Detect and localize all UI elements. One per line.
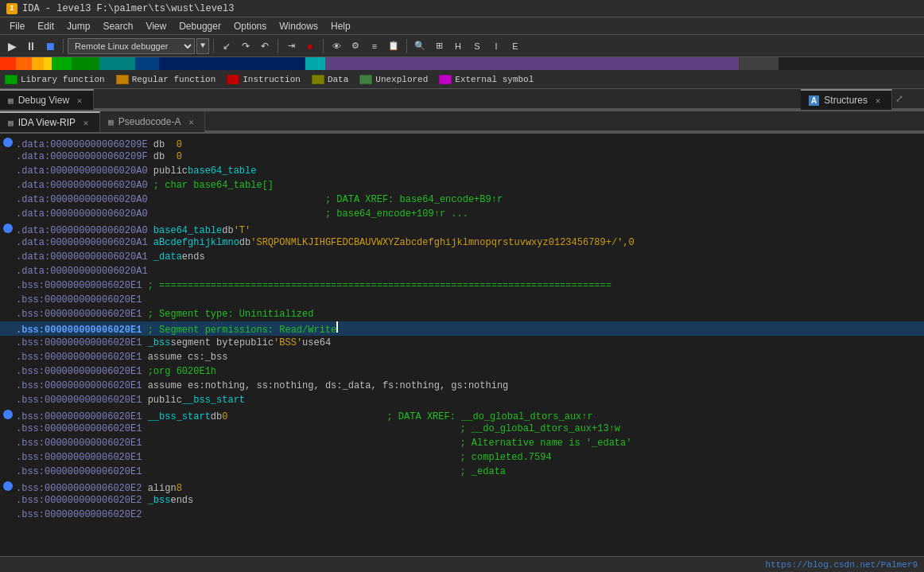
cursor <box>336 321 338 333</box>
code-line-13: .bss:00000000000602​0E1 ; Segment type: … <box>0 307 924 321</box>
stop-button[interactable]: ⏹ <box>41 37 59 55</box>
val-2: 0 <box>177 150 182 164</box>
addr-6: .data:0000000000060​20A0 <box>16 207 148 221</box>
debugger-dropdown[interactable]: Remote Linux debugger <box>68 38 195 54</box>
legend-label-data: Data <box>328 75 348 84</box>
code-15c: public <box>239 336 274 350</box>
step-over-button[interactable]: ↷ <box>237 37 254 55</box>
tab-close-debug[interactable]: ✕ <box>74 95 85 106</box>
code-15a: _bss <box>142 336 170 350</box>
tab-bar-second: ▦ IDA View-RIP ✕ ▦ Pseudocode-A ✕ <box>0 111 924 134</box>
legend-data: Data <box>312 75 348 84</box>
menu-item-help[interactable]: Help <box>324 19 357 33</box>
color-segment-dark <box>778 57 925 70</box>
tab-pseudocode-a[interactable]: ▦ Pseudocode-A ✕ <box>100 111 205 132</box>
legend-regular: Regular function <box>116 75 216 84</box>
legend-color-unexplored <box>359 75 372 84</box>
code-16: assume cs:_bss <box>142 350 227 364</box>
addr-8: .data:0000000000060​20A1 <box>16 235 148 250</box>
code-15d: 'BSS' <box>274 336 302 350</box>
tab-close-ida[interactable]: ✕ <box>80 117 91 128</box>
code-line-20: .bss:00000000000602​0E1 __bss_start db 0… <box>0 407 924 422</box>
tab-close-pseudo[interactable]: ✕ <box>185 116 196 127</box>
tab-icon-pseudo: ▦ <box>108 117 114 127</box>
color-segment-blue1 <box>135 57 159 70</box>
code-line-7: .data:0000000000060​20A0 base64_table db… <box>0 221 924 235</box>
code-3a <box>148 164 153 178</box>
play-button[interactable]: ▶ <box>3 37 21 55</box>
strings-button[interactable]: S <box>468 37 486 55</box>
legend-label-external: External symbol <box>455 75 534 84</box>
app-icon: I <box>6 3 17 14</box>
tab-close-structures[interactable]: ✕ <box>872 95 883 106</box>
addr-24: .bss:00000000000602​0E1 <box>16 465 142 479</box>
dot-20 <box>3 410 13 419</box>
menu-item-windows[interactable]: Windows <box>273 19 324 33</box>
code-15b: segment byte <box>170 336 239 350</box>
color-segment-gray <box>739 57 778 70</box>
legend-color-library <box>5 75 17 84</box>
imports-button[interactable]: I <box>487 37 505 55</box>
search-button[interactable]: 🔍 <box>411 37 429 55</box>
menu-item-search[interactable]: Search <box>96 19 139 33</box>
tab-label-ida: IDA View-RIP <box>18 117 76 128</box>
code-8a: aBcdefghijklmno <box>148 235 239 250</box>
addr-18: .bss:00000000000602​0E1 <box>16 379 142 393</box>
color-segment-yellow1 <box>32 57 44 70</box>
code-line-10: .data:0000000000060​20A1 <box>0 264 924 278</box>
code-line-21: .bss:00000000000602​0E1 ; __do_global_dt… <box>0 422 924 436</box>
code-line-16: .bss:00000000000602​0E1 assume cs:_bss <box>0 350 924 364</box>
menu-item-debugger[interactable]: Debugger <box>173 19 227 33</box>
color-segment-cyan <box>305 57 325 70</box>
graph-button[interactable]: ⊞ <box>430 37 448 55</box>
addr-26: .bss:00000000000602​0E2 <box>16 493 142 508</box>
tab-structures[interactable]: A Structures ✕ <box>801 89 892 110</box>
addr-21: .bss:00000000000602​0E1 <box>16 422 142 436</box>
code-3b: public <box>153 164 188 178</box>
expand-icon[interactable]: ⤢ <box>895 93 903 105</box>
addr-9: .data:0000000000060​20A1 <box>16 250 148 264</box>
code-26b: ends <box>170 493 193 508</box>
separator-2 <box>213 39 214 53</box>
code-line-4: .data:0000000000060​20A0 ; char base64_t… <box>0 178 924 193</box>
addr-2: .data:000000000006020​9F <box>16 150 148 164</box>
tab-ida-view-rip[interactable]: ▦ IDA View-RIP ✕ <box>0 111 100 132</box>
legend-label-unexplored: Unexplored <box>375 75 428 84</box>
menu-item-file[interactable]: File <box>3 19 31 33</box>
stack-button[interactable]: ≡ <box>366 37 383 55</box>
watch-button[interactable]: 👁 <box>328 37 345 55</box>
tab-bar-top: ▦ Debug View ✕ A Structures ✕ ⤢ <box>0 89 924 111</box>
menu-item-jump[interactable]: Jump <box>60 19 96 33</box>
step-out-button[interactable]: ↶ <box>256 37 274 55</box>
main-code-area[interactable]: .data:000000000006020​9E db 0 .data:0000… <box>0 134 924 572</box>
code-line-11: .bss:00000000000602​0E1 ; ==============… <box>0 278 924 293</box>
code-line-12: .bss:00000000000602​0E1 <box>0 293 924 307</box>
dropdown-arrow[interactable]: ▼ <box>196 38 209 54</box>
addr-3: .data:0000000000060​20A0 <box>16 164 148 178</box>
code-15e: use64 <box>302 336 331 350</box>
menu-item-view[interactable]: View <box>139 19 173 33</box>
code-line-6: .data:0000000000060​20A0 ; base64_encode… <box>0 207 924 221</box>
step-into-button[interactable]: ↙ <box>218 37 235 55</box>
hex-button[interactable]: H <box>449 37 467 55</box>
legend-bar: Library function Regular function Instru… <box>0 70 924 89</box>
run-to-cursor-button[interactable]: ⇥ <box>282 37 300 55</box>
locals-button[interactable]: ⚙ <box>347 37 364 55</box>
breakpoint-button[interactable]: ● <box>301 37 319 55</box>
code-6: ; base64_encode+109↑r ... <box>148 207 468 221</box>
code-line-22: .bss:00000000000602​0E1 ; Alternative na… <box>0 436 924 450</box>
addr-17: .bss:00000000000602​0E1 <box>16 364 142 379</box>
separator-4 <box>323 39 324 53</box>
code-line-14: .bss:00000000000602​0E1 ; Segment permis… <box>0 321 924 336</box>
exports-button[interactable]: E <box>507 37 524 55</box>
code-19a: public <box>142 393 181 407</box>
modules-button[interactable]: 📋 <box>385 37 402 55</box>
pause-button[interactable]: ⏸ <box>22 37 40 55</box>
code-line-9: .data:0000000000060​20A1 _data ends <box>0 250 924 264</box>
tab-debug-view[interactable]: ▦ Debug View ✕ <box>0 89 94 110</box>
legend-color-instruction <box>227 75 239 84</box>
code-8c: 'SRQPONMLKJIHGFEDCBAUVWXYZabcdefghijklmn… <box>250 235 634 250</box>
menu-item-edit[interactable]: Edit <box>31 19 60 33</box>
menu-item-options[interactable]: Options <box>227 19 273 33</box>
status-bar: https://blog.csdn.net/Palmer9 <box>0 556 924 572</box>
